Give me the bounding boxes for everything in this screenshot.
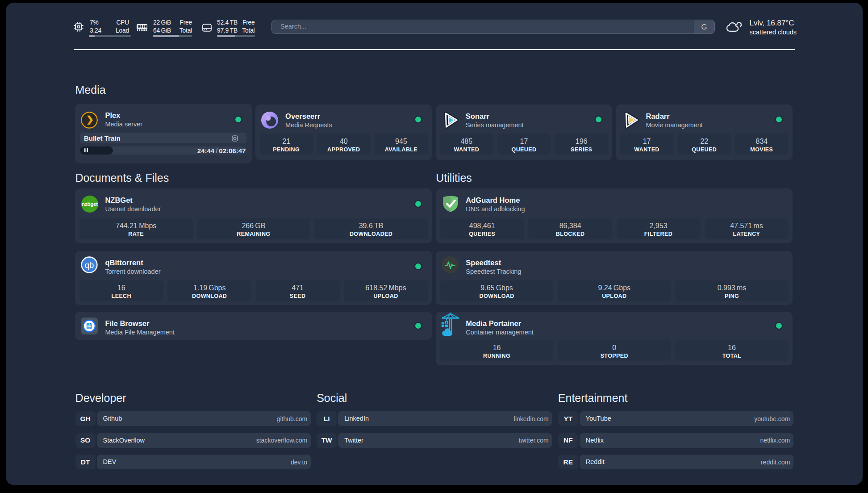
svg-text:nzbget: nzbget <box>82 201 98 207</box>
svg-text:qb: qb <box>85 260 94 270</box>
